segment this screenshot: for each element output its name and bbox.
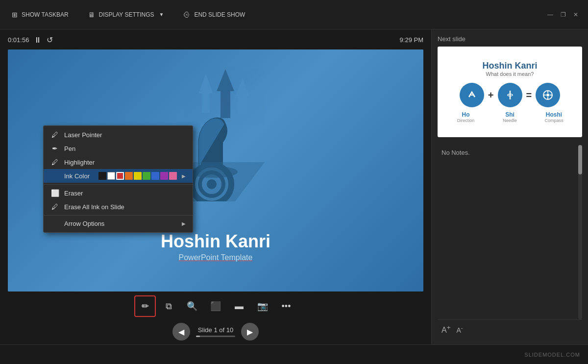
slide-header: 0:01:56 ⏸ ↺ 9:29 PM [8,35,423,45]
menu-separator-1 [44,184,193,185]
slide-toolbar: ✏ ⧉ 🔍 ⬛ ▬ 📷 ••• [8,291,423,321]
hoshi-label: Hoshi Compass [542,111,566,123]
hoshi-sub-label: Compass [542,118,566,123]
color-swatch-blue[interactable] [151,172,159,180]
display-settings-button[interactable]: 🖥 DISPLAY SETTINGS ▼ [84,9,168,21]
restart-button[interactable]: ↺ [47,35,53,45]
svg-marker-2 [235,79,250,113]
more-button[interactable]: ••• [275,295,297,317]
notes-area: No Notes. [438,145,582,319]
menu-item-highlighter[interactable]: 🖊 Highlighter [44,155,193,169]
show-taskbar-button[interactable]: ⊞ SHOW TASKBAR [8,9,73,21]
bar-button[interactable]: ▬ [228,295,250,317]
pen-icon: ✒ [50,145,59,152]
end-show-icon: ⮾ [183,11,190,19]
svg-marker-0 [198,74,213,113]
color-swatch-red[interactable] [116,172,124,180]
pen-tool-button[interactable]: ✏ [134,295,156,317]
menu-item-laser-pointer[interactable]: 🖊 Laser Pointer [44,128,193,142]
taskbar-icon: ⊞ [12,11,18,19]
next-slide-icons: + = [460,83,560,107]
title-bar: ⊞ SHOW TASKBAR 🖥 DISPLAY SETTINGS ▼ ⮾ EN… [0,0,588,29]
font-increase-button[interactable]: A+ [441,324,450,335]
hoshi-circle [536,83,560,107]
svg-point-18 [546,94,549,97]
end-slide-show-label: END SLIDE SHOW [194,11,245,18]
next-slide-title: Hoshin Kanri [482,61,537,71]
eraser-icon: ⬜ [50,189,59,197]
font-decrease-button[interactable]: A- [456,324,463,334]
highlighter-icon: 🖊 [50,158,59,166]
title-bar-actions: ⊞ SHOW TASKBAR 🖥 DISPLAY SETTINGS ▼ ⮾ EN… [8,9,546,21]
pause-button[interactable]: ⏸ [34,36,42,45]
end-slide-show-button[interactable]: ⮾ END SLIDE SHOW [179,9,249,21]
erase-all-label: Erase All Ink on Slide [64,203,124,211]
shi-sub-label: Needle [498,118,522,123]
restore-button[interactable]: ❐ [559,10,567,19]
menu-item-ink-color[interactable]: Ink Color ▶ [44,169,193,183]
next-slide-preview: Hoshin Kanri What does it mean? + [438,47,582,137]
arrow-options-label: Arrow Options [64,220,104,227]
ho-main-label: Ho [454,111,478,118]
color-swatch-green[interactable] [143,172,150,180]
close-button[interactable]: ✕ [571,10,580,19]
laser-pointer-label: Laser Pointer [64,131,102,139]
color-swatch-purple[interactable] [160,172,168,180]
ho-label: Ho Direction [454,111,478,123]
font-controls: A+ A- [438,319,582,339]
next-slide-label: Next slide [438,35,582,43]
ink-color-label: Ink Color [64,172,90,180]
menu-item-pen[interactable]: ✒ Pen [44,142,193,155]
menu-item-eraser[interactable]: ⬜ Eraser [44,186,193,200]
slide-main-title: Hoshin Kanri [8,232,423,251]
equals-symbol: = [526,90,532,101]
dropdown-arrow-icon: ▼ [159,12,164,17]
shi-label: Shi Needle [498,111,522,123]
display-icon: 🖥 [88,11,95,19]
color-swatch-orange[interactable] [125,172,133,180]
camera-button[interactable]: 📷 [252,295,273,317]
prev-slide-button[interactable]: ◀ [172,323,190,340]
shi-circle [498,83,522,107]
menu-item-arrow-options[interactable]: Arrow Options ▶ [44,217,193,230]
navigation-area: ◀ Slide 1 of 10 ▶ [8,323,423,344]
display-settings-label: DISPLAY SETTINGS [99,11,154,18]
slide-header-left: 0:01:56 ⏸ ↺ [8,35,53,45]
color-swatch-white[interactable] [107,172,115,180]
slide-counter: Slide 1 of 10 [198,326,233,334]
zoom-button[interactable]: 🔍 [181,295,203,317]
right-panel: Next slide Hoshin Kanri What does it mea… [431,29,588,344]
menu-separator-2 [44,215,193,216]
laser-pointer-icon: 🖊 [50,131,59,139]
next-slide-labels: Ho Direction Shi Needle Hoshi Compass [454,111,566,123]
bottom-bar: SLIDEMODEL.COM [0,344,588,364]
notes-scrollbar-thumb[interactable] [578,145,582,174]
notes-scrollbar[interactable] [578,145,582,319]
window-controls: — ❐ ✕ [546,10,580,19]
context-menu: 🖊 Laser Pointer ✒ Pen 🖊 Highlighter Ink … [43,125,193,233]
color-swatch-yellow[interactable] [134,172,142,180]
color-swatch-black[interactable] [98,172,106,180]
notes-text: No Notes. [441,149,470,156]
show-taskbar-label: SHOW TASKBAR [22,11,69,18]
watermark-text: SLIDEMODEL.COM [524,352,580,358]
ink-color-arrow: ▶ [182,173,186,179]
ho-sub-label: Direction [454,118,478,123]
highlighter-label: Highlighter [64,159,95,166]
next-slide-button[interactable]: ▶ [241,323,259,340]
pen-label: Pen [64,145,75,152]
minimize-button[interactable]: — [546,10,555,19]
menu-item-erase-all[interactable]: 🖊 Erase All Ink on Slide [44,200,193,214]
slide-wrapper: Hoshin Kanri PowerPoint Template 🖊 Laser… [8,49,423,291]
svg-marker-1 [217,69,234,118]
color-swatch-pink[interactable] [169,172,177,180]
blackscreen-button[interactable]: ⬛ [205,295,226,317]
hoshi-main-label: Hoshi [542,111,566,118]
current-time: 9:29 PM [400,36,423,44]
slide-timer: 0:01:56 [8,36,29,44]
main-area: 0:01:56 ⏸ ↺ 9:29 PM [0,29,588,344]
slide-progress-bar [196,336,235,337]
plus-symbol: + [488,90,494,101]
slide-main-subtitle: PowerPoint Template [8,253,423,262]
copy-button[interactable]: ⧉ [158,295,179,317]
